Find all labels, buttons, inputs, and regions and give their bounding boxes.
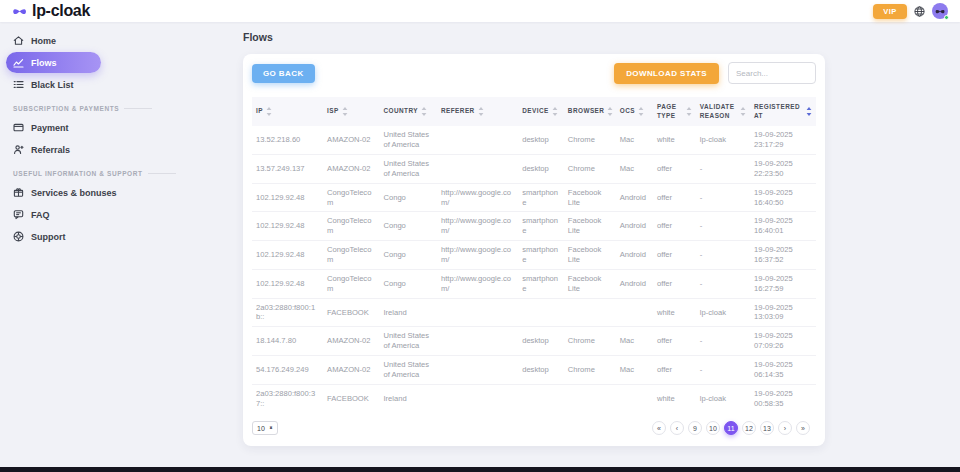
bottom-footer-strip [0,467,960,472]
prev-page-button[interactable]: ‹ [670,421,684,435]
column-header-page-type[interactable]: Page Type [653,97,696,126]
sidebar-section-subscription-payments: SUBSCRIPTION & PAYMENTS [13,105,233,112]
flows-icon [13,57,24,68]
search-input[interactable] [728,62,816,84]
table-body: 13.52.218.60AMAZON-02United States of Am… [252,126,816,412]
avatar-mask-icon [935,7,945,16]
cell-isp: AMAZON-02 [323,155,379,184]
sidebar-item-home[interactable]: Home [6,30,101,51]
cell-ocs: Android [616,241,653,270]
cell-referer: http://www.google.com/ [437,241,518,270]
cell-country: United States of America [379,356,437,385]
column-header-registered-at[interactable]: Registered At [750,97,816,126]
table-row: 102.129.92.48CongoTelecomCongohttp://www… [252,183,816,212]
sidebar-item-faq[interactable]: FAQ [6,204,101,225]
column-header-ip[interactable]: IP [252,97,323,126]
next-page-button[interactable]: › [778,421,792,435]
sort-icon[interactable] [806,107,812,116]
sidebar-item-services-bonuses[interactable]: Services & bonuses [6,182,101,203]
cell-registered-at: 19-09-2025 00:58:35 [750,384,816,412]
services-icon [13,187,24,198]
sort-icon[interactable] [740,107,746,116]
user-avatar[interactable] [932,3,948,19]
cell-page-type: white [653,126,696,154]
table-header-row: IPISPCountryRefererDeviceBrowserOCSPage … [252,97,816,126]
sidebar-item-referrals[interactable]: Referrals [6,139,101,160]
blacklist-icon [13,79,24,90]
page-9-button[interactable]: 9 [688,421,702,435]
page-12-button[interactable]: 12 [742,421,756,435]
cell-browser: Chrome [564,155,616,184]
column-label: IP [256,107,263,116]
sort-icon[interactable] [552,107,558,116]
column-header-validate-reason[interactable]: Validate Reason [696,97,750,126]
cell-page-type: offer [653,183,696,212]
last-page-button[interactable]: » [796,421,810,435]
sort-icon[interactable] [638,107,644,116]
page-10-button[interactable]: 10 [706,421,720,435]
sidebar-item-payment[interactable]: Payment [6,117,101,138]
cell-browser: Chrome [564,327,616,356]
cell-ip: 2a03:2880:f800:1b:: [252,298,323,327]
cell-validate-reason: lp-cloak [696,298,750,327]
sort-icon[interactable] [342,107,348,116]
logo: lp-cloak [12,2,90,20]
column-header-device[interactable]: Device [518,97,564,126]
cell-registered-at: 19-09-2025 16:40:50 [750,183,816,212]
sort-icon[interactable] [686,107,692,116]
cell-isp: CongoTelecom [323,212,379,241]
support-icon [13,231,24,242]
first-page-button[interactable]: « [652,421,666,435]
column-header-isp[interactable]: ISP [323,97,379,126]
cell-ocs: Android [616,183,653,212]
topbar-actions: VIP [873,3,948,19]
cell-device: smartphone [518,183,564,212]
table-footer: 10 ▲▼ «‹910111213›» [252,421,816,435]
cell-referer [437,298,518,327]
cell-ip: 102.129.92.48 [252,269,323,298]
cell-country: United States of America [379,126,437,154]
column-header-country[interactable]: Country [379,97,437,126]
sidebar-item-flows[interactable]: Flows [6,52,101,73]
cell-registered-at: 19-09-2025 16:40:01 [750,212,816,241]
column-header-ocs[interactable]: OCS [616,97,653,126]
cell-country: Congo [379,269,437,298]
cell-ip: 2a03:2880:f800:37:: [252,384,323,412]
sidebar-item-support[interactable]: Support [6,226,101,247]
sidebar: HomeFlowsBlack ListSUBSCRIPTION & PAYMEN… [0,22,233,467]
download-stats-button[interactable]: DOWNLOAD STATS [614,63,719,84]
logo-text: lp-cloak [32,2,90,20]
language-globe-icon[interactable] [914,6,925,17]
page-size-select[interactable]: 10 ▲▼ [252,421,278,435]
column-header-browser[interactable]: Browser [564,97,616,126]
cell-referer [437,384,518,412]
go-back-button[interactable]: GO BACK [252,64,315,83]
cell-validate-reason: - [696,183,750,212]
cell-device: smartphone [518,212,564,241]
column-label: Browser [568,107,605,116]
cell-country: Ireland [379,384,437,412]
page-13-button[interactable]: 13 [760,421,774,435]
sidebar-item-black-list[interactable]: Black List [6,74,101,95]
vip-button[interactable]: VIP [873,4,907,19]
cell-country: Congo [379,241,437,270]
cell-registered-at: 19-09-2025 16:37:52 [750,241,816,270]
sort-icon[interactable] [607,107,613,116]
table-row: 2a03:2880:f800:37::FACEBOOKIrelandwhitel… [252,384,816,412]
sidebar-item-label: Referrals [31,145,70,155]
column-header-referer[interactable]: Referer [437,97,518,126]
table-row: 102.129.92.48CongoTelecomCongohttp://www… [252,241,816,270]
column-label: Device [522,107,549,116]
cell-validate-reason: - [696,269,750,298]
cell-isp: AMAZON-02 [323,126,379,154]
table-row: 18.144.7.80AMAZON-02United States of Ame… [252,327,816,356]
cell-browser: Facebook Lite [564,212,616,241]
sidebar-item-label: FAQ [31,210,50,220]
sort-icon[interactable] [478,107,484,116]
cell-page-type: offer [653,327,696,356]
cell-ocs: Android [616,212,653,241]
page-11-button[interactable]: 11 [724,421,738,435]
cell-validate-reason: - [696,356,750,385]
sort-icon[interactable] [266,107,272,116]
sort-icon[interactable] [421,107,427,116]
